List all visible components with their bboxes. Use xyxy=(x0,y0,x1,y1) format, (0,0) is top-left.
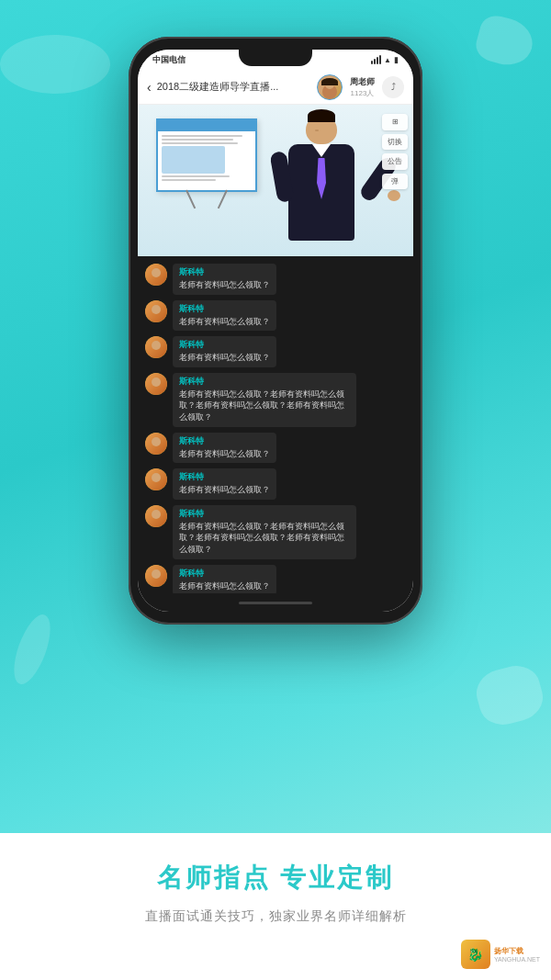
chat-username: 斯科特 xyxy=(179,267,270,278)
chat-message: 斯科特老师有资料吗怎么领取？ xyxy=(145,433,406,464)
teacher-body xyxy=(288,144,354,241)
share-icon: ⤴ xyxy=(391,82,396,92)
whiteboard-header xyxy=(158,120,255,131)
chat-text: 老师有资料吗怎么领取？ xyxy=(179,279,270,291)
navigation-bar: ‹ 2018二级建造师导学直播... 周老师 1123人 ⤴ xyxy=(138,70,413,105)
video-area: ⊞ 切换 公告 弹 xyxy=(138,105,413,256)
sub-slogan: 直播面试通关技巧，独家业界名师详细解析 xyxy=(18,908,533,925)
chat-text: 老师有资料吗怎么领取？ xyxy=(179,448,270,460)
chat-bubble: 斯科特老师有资料吗怎么领取？ xyxy=(173,300,276,332)
whiteboard-stand xyxy=(158,190,255,208)
chat-text: 老师有资料吗怎么领取？ xyxy=(179,316,270,328)
chat-bubble: 斯科特老师有资料吗怎么领取？ xyxy=(173,264,276,295)
chat-text: 老师有资料吗怎么领取？ xyxy=(179,352,270,364)
chat-text: 老师有资料吗怎么领取？ xyxy=(179,580,270,592)
teacher-figure xyxy=(266,109,377,256)
chat-bubble: 斯科特老师有资料吗怎么领取？ xyxy=(173,468,276,500)
chat-message: 斯科特老师有资料吗怎么领取？ xyxy=(145,264,406,295)
status-icons: ▲ ▮ xyxy=(371,55,399,64)
chat-text: 老师有资料吗怎么领取？老师有资料吗怎么领取？老师有资料吗怎么领取？老师有资料吗怎… xyxy=(179,389,350,423)
side-buttons: ⊞ 切换 公告 弹 xyxy=(382,114,408,189)
chat-message: 斯科特老师有资料吗怎么领取？ xyxy=(145,565,406,593)
back-button[interactable]: ‹ xyxy=(147,80,152,95)
chat-text: 老师有资料吗怎么领取？ xyxy=(179,484,270,496)
bg-decoration-br xyxy=(471,660,547,730)
chat-avatar xyxy=(145,468,167,490)
chat-bubble: 斯科特老师有资料吗怎么领取？ xyxy=(173,336,276,367)
chat-avatar xyxy=(145,505,167,527)
chat-avatar xyxy=(145,565,167,587)
phone-screen: 中国电信 ▲ ▮ ‹ 2018二级建造师导学直播... xyxy=(138,50,413,612)
phone-notch xyxy=(239,50,312,66)
home-bar-area xyxy=(138,593,413,612)
chat-message: 斯科特老师有资料吗怎么领取？ xyxy=(145,300,406,332)
chat-username: 斯科特 xyxy=(179,377,350,388)
chat-avatar xyxy=(145,336,167,358)
whiteboard xyxy=(156,118,257,192)
chat-message: 斯科特老师有资料吗怎么领取？老师有资料吗怎么领取？老师有资料吗怎么领取？老师有资… xyxy=(145,373,406,427)
fullscreen-icon: ⊞ xyxy=(392,118,399,127)
chat-username: 斯科特 xyxy=(179,509,350,520)
chat-message: 斯科特老师有资料吗怎么领取？老师有资料吗怎么领取？老师有资料吗怎么领取？老师有资… xyxy=(145,505,406,559)
teacher-avatar xyxy=(317,74,343,100)
battery-icon: ▮ xyxy=(394,55,399,64)
teacher-info: 周老师 1123人 xyxy=(317,74,375,100)
notice-label: 公告 xyxy=(388,157,402,166)
bg-decoration-tr xyxy=(473,12,538,71)
viewer-count-label: 1123人 xyxy=(351,88,375,98)
watermark-icon: 🐉 xyxy=(467,947,483,962)
fullscreen-button[interactable]: ⊞ xyxy=(382,114,408,130)
chat-message: 斯科特老师有资料吗怎么领取？ xyxy=(145,336,406,367)
carrier-label: 中国电信 xyxy=(152,54,186,66)
bullet-label: 弹 xyxy=(391,177,399,186)
chat-area: 斯科特老师有资料吗怎么领取？斯科特老师有资料吗怎么领取？斯科特老师有资料吗怎么领… xyxy=(138,256,413,593)
chat-username: 斯科特 xyxy=(179,472,270,483)
switch-label: 切换 xyxy=(388,138,402,147)
teacher-name-count: 周老师 1123人 xyxy=(350,76,375,98)
bg-decoration-tl xyxy=(0,27,126,102)
bg-decoration-bl xyxy=(6,610,58,688)
switch-button[interactable]: 切换 xyxy=(382,134,408,151)
watermark-site-bot: YANGHUA.NET xyxy=(494,956,540,963)
phone-frame: 中国电信 ▲ ▮ ‹ 2018二级建造师导学直播... xyxy=(129,37,422,625)
bullet-button[interactable]: 弹 xyxy=(382,174,408,190)
watermark-text-group: 扬华下载 YANGHUA.NET xyxy=(494,946,540,963)
chat-avatar xyxy=(145,300,167,322)
teacher-head xyxy=(306,109,337,144)
chat-message: 斯科特老师有资料吗怎么领取？ xyxy=(145,468,406,500)
chat-avatar xyxy=(145,264,167,286)
notice-button[interactable]: 公告 xyxy=(382,153,408,170)
chat-bubble: 斯科特老师有资料吗怎么领取？ xyxy=(173,433,276,464)
chat-bubble: 斯科特老师有资料吗怎么领取？老师有资料吗怎么领取？老师有资料吗怎么领取？老师有资… xyxy=(173,505,356,559)
watermark-site-top: 扬华下载 xyxy=(494,946,540,956)
watermark: 🐉 扬华下载 YANGHUA.NET xyxy=(461,940,540,969)
teacher-name-label: 周老师 xyxy=(350,76,375,88)
wifi-icon: ▲ xyxy=(384,56,391,64)
share-button[interactable]: ⤴ xyxy=(382,76,404,98)
nav-title: 2018二级建造师导学直播... xyxy=(157,80,317,94)
chat-username: 斯科特 xyxy=(179,436,270,447)
signal-icon xyxy=(371,55,381,64)
chat-avatar xyxy=(145,433,167,455)
chat-username: 斯科特 xyxy=(179,340,270,351)
chat-avatar xyxy=(145,373,167,395)
home-indicator xyxy=(239,602,312,604)
chat-text: 老师有资料吗怎么领取？老师有资料吗怎么领取？老师有资料吗怎么领取？老师有资料吗怎… xyxy=(179,521,350,556)
chat-bubble: 斯科特老师有资料吗怎么领取？ xyxy=(173,565,276,593)
chat-bubble: 斯科特老师有资料吗怎么领取？老师有资料吗怎么领取？老师有资料吗怎么领取？老师有资… xyxy=(173,373,356,427)
whiteboard-content xyxy=(158,131,255,190)
main-slogan: 名师指点 专业定制 xyxy=(18,861,533,896)
chat-username: 斯科特 xyxy=(179,569,270,580)
watermark-logo: 🐉 xyxy=(461,940,490,969)
phone-mockup: 中国电信 ▲ ▮ ‹ 2018二级建造师导学直播... xyxy=(129,37,422,625)
chat-username: 斯科特 xyxy=(179,304,270,315)
